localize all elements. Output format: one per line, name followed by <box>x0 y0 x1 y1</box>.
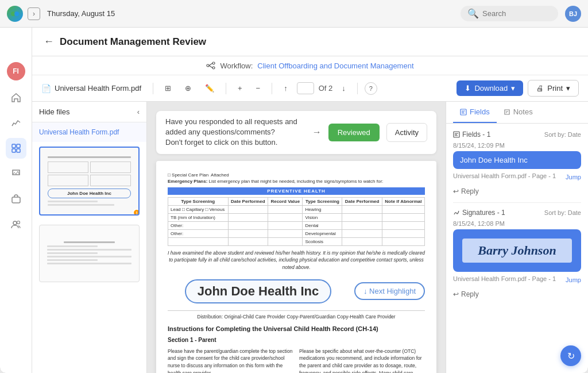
signature-text: Barry Johnson <box>462 239 572 263</box>
svg-point-8 <box>17 221 20 224</box>
right-panel-tabs: Fields Notes <box>446 102 588 124</box>
refresh-button[interactable]: ↻ <box>560 345 581 366</box>
fields-section-header: Fields - 1 Sort by: Date <box>453 130 581 139</box>
doc-two-col: Please have the parent/guardian complete… <box>168 345 425 373</box>
hide-files-label: Hide files <box>39 107 69 116</box>
signature-card: Barry Johnson <box>453 229 581 272</box>
doc-section1-right: Please be specific about what over-the-c… <box>299 348 425 373</box>
toolbar-divider-3 <box>272 83 272 94</box>
pdf-toolbar: 📄 Universal Health Form.pdf ⊞ ⊕ ✏️ + − ↑… <box>32 75 588 102</box>
notes-icon <box>504 109 510 116</box>
print-icon: 🖨 <box>536 84 544 93</box>
download-button[interactable]: ⬇ Download ▾ <box>457 80 523 96</box>
sidebar-item-home[interactable] <box>6 87 26 108</box>
sig-reply-button[interactable]: ↩ Reply <box>453 289 479 299</box>
search-bar[interactable]: 🔍 <box>461 6 558 21</box>
doc-preventive-header: PREVENTIVE HEALTH <box>168 187 425 195</box>
sig-icon <box>453 209 460 216</box>
reply-icon: ↩ <box>453 187 459 195</box>
sig-jump-link[interactable]: Jump <box>566 276 581 283</box>
file-panel: Hide files ‹ Universal Health Form.pdf <box>32 102 147 373</box>
help-btn[interactable]: ? <box>365 82 377 95</box>
signatures-section-label: Signatures - 1 <box>453 209 505 217</box>
toolbar-divider-2 <box>226 83 226 94</box>
signatures-section-header: Signatures - 1 Sort by: Date <box>453 209 581 217</box>
back-button[interactable]: ← <box>44 36 54 48</box>
right-panel-body: Fields - 1 Sort by: Date 8/15/24, 12:09 … <box>446 124 588 364</box>
fields-comment-card: John Doe Health Inc <box>453 151 581 169</box>
search-input[interactable] <box>482 9 551 18</box>
svg-point-11 <box>212 67 215 69</box>
toolbar-divider-4 <box>357 83 358 94</box>
file-item[interactable]: Universal Health Form.pdf <box>32 122 146 142</box>
tab-fields[interactable]: Fields <box>453 102 497 123</box>
right-panel: Fields Notes Fields - 1 <box>446 102 588 373</box>
print-button[interactable]: 🖨 Print ▾ <box>528 80 579 97</box>
avatar[interactable]: BJ <box>565 6 581 22</box>
fields-sort-label: Sort by: Date <box>544 131 581 138</box>
layers-btn[interactable]: ⊕ <box>180 82 196 95</box>
download-chevron-icon: ▾ <box>511 84 515 93</box>
file-thumb-1[interactable]: John Doe Health Inc ! <box>39 147 140 216</box>
file-thumb-2[interactable] <box>39 225 140 282</box>
tab-notes[interactable]: Notes <box>497 102 540 123</box>
workflow-link[interactable]: Client Offboarding and Document Manageme… <box>257 61 413 70</box>
workflow-banner: Workflow: Client Offboarding and Documen… <box>32 56 588 75</box>
sidebar-item-analytics[interactable] <box>6 113 26 133</box>
doc-area: Have you responded to all requests and a… <box>147 102 446 373</box>
pdf-filename: 📄 Universal Health Form.pdf <box>41 84 141 93</box>
search-icon: 🔍 <box>467 8 479 19</box>
fields-jump-link[interactable]: Jump <box>566 174 581 180</box>
fields-section-icon <box>453 131 460 138</box>
action-bar-text: Have you responded to all requests and a… <box>165 117 305 148</box>
page-down-btn[interactable]: ↓ <box>337 82 350 95</box>
svg-rect-2 <box>12 144 16 148</box>
doc-distribution: Distribution: Original-Child Care Provid… <box>168 313 425 321</box>
notification-dot: ! <box>133 209 140 216</box>
sidebar-item-briefcase[interactable] <box>6 189 26 209</box>
svg-rect-4 <box>12 149 16 152</box>
app-logo <box>7 6 23 22</box>
page-header: ← Document Management Review <box>32 28 588 56</box>
fields-comment-meta: Universal Health Form.pdf - Page - 1 <box>453 172 556 179</box>
page-up-btn[interactable]: ↑ <box>279 82 292 95</box>
file-panel-toggle[interactable]: ‹ <box>137 107 140 116</box>
zoom-minus-btn[interactable]: − <box>252 82 265 95</box>
doc-cleared-text: I have examined the above student and re… <box>168 249 425 271</box>
toolbar-divider-1 <box>153 83 153 94</box>
page-title: Document Management Review <box>60 36 206 48</box>
doc-instructions-title: Instructions for Completing the Universa… <box>168 325 425 332</box>
sidebar-item-users[interactable] <box>6 214 26 234</box>
activity-button[interactable]: Activity <box>386 123 427 142</box>
date-display: Thursday, August 15 <box>47 9 461 18</box>
svg-rect-6 <box>12 197 20 203</box>
fields-icon <box>460 109 467 116</box>
reviewed-button[interactable]: Reviewed <box>328 124 380 141</box>
print-chevron-icon: ▾ <box>566 84 570 93</box>
workflow-label: Workflow: <box>220 61 253 70</box>
svg-point-10 <box>212 62 215 64</box>
doc-screening-table: Type ScreeningDate PerformedRecord Value… <box>168 197 425 246</box>
layout-btn[interactable]: ⊞ <box>160 82 176 95</box>
doc-section1-left: Please have the parent/guardian complete… <box>168 348 293 373</box>
back-nav-btn[interactable]: › <box>28 7 40 20</box>
sig-date: 8/15/24, 12:08 PM <box>453 220 581 227</box>
john-doe-highlight: John Doe Health Inc <box>185 279 331 303</box>
svg-point-1 <box>14 11 19 16</box>
sidebar-item-inbox[interactable] <box>6 163 26 184</box>
sidebar-item-grid[interactable] <box>6 138 26 159</box>
sig-sort-label: Sort by: Date <box>544 209 581 216</box>
page-total: Of 2 <box>319 84 333 93</box>
section-divider <box>453 202 581 203</box>
sig-reply-icon: ↩ <box>453 290 459 298</box>
pencil-btn[interactable]: ✏️ <box>200 82 219 95</box>
page-number-input[interactable]: 2 <box>297 82 314 94</box>
pdf-icon: 📄 <box>41 84 51 93</box>
arrow-right-icon: → <box>312 127 322 137</box>
svg-point-7 <box>13 221 17 225</box>
fields-reply-button[interactable]: ↩ Reply <box>453 186 479 197</box>
zoom-add-btn[interactable]: + <box>233 82 247 95</box>
download-icon: ⬇ <box>465 84 471 93</box>
fields-date: 8/15/24, 12:09 PM <box>453 142 581 149</box>
next-highlight-button[interactable]: ↓ Next Highlight <box>354 282 425 300</box>
